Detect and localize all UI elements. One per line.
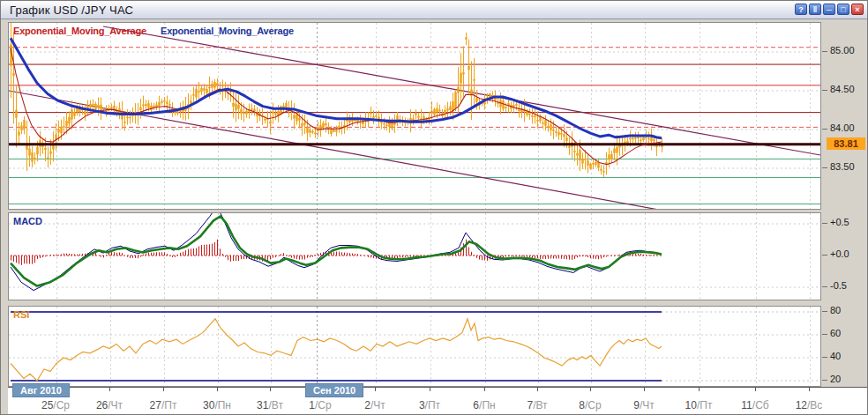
maximize-button[interactable]: □ bbox=[837, 4, 849, 15]
date-tick bbox=[484, 388, 485, 391]
current-price-badge: 83.81 bbox=[827, 137, 865, 150]
date-label: 3/Пт bbox=[419, 399, 440, 411]
ema-label-slow: Exponential_Moving_Average bbox=[161, 26, 294, 36]
date-label: 27/Пт bbox=[150, 399, 177, 411]
macd-tick-label-tick bbox=[822, 255, 827, 256]
date-tick bbox=[430, 388, 430, 391]
price-chart-panel[interactable]: Exponential_Moving_Average Exponential_M… bbox=[8, 22, 821, 210]
macd-label: MACD bbox=[13, 216, 42, 226]
macd-tick-label: +0.5 bbox=[830, 217, 849, 227]
macd-panel[interactable]: MACD bbox=[8, 212, 821, 300]
rsi-panel[interactable]: RSI bbox=[8, 306, 821, 387]
rsi-tick-label-tick bbox=[822, 311, 827, 312]
rsi-tick-label-tick bbox=[822, 380, 827, 381]
rsi-tick-label: 80 bbox=[830, 305, 841, 315]
date-tick bbox=[755, 388, 756, 391]
date-tick bbox=[590, 388, 591, 391]
date-tick bbox=[537, 388, 538, 391]
date-label: 25/Ср bbox=[41, 399, 70, 411]
date-tick bbox=[109, 388, 110, 391]
rsi-tick-label: 20 bbox=[830, 374, 841, 384]
date-tick bbox=[375, 388, 376, 391]
macd-tick-label-tick bbox=[822, 286, 827, 287]
price-tick-label-tick bbox=[822, 51, 827, 52]
date-tick bbox=[699, 388, 700, 391]
price-tick-label: 85.00 bbox=[830, 45, 855, 56]
macd-tick-label: -0.5 bbox=[830, 280, 847, 291]
help-button[interactable]: ? bbox=[795, 4, 807, 15]
macd-tick-label: +0.0 bbox=[830, 248, 849, 259]
price-chart-canvas bbox=[9, 23, 820, 209]
rsi-tick-label-tick bbox=[822, 357, 827, 358]
date-tick bbox=[644, 388, 645, 391]
month-badge: Сен 2010 bbox=[305, 383, 363, 397]
date-label: 9/Чт bbox=[633, 399, 655, 411]
ema-label-fast: Exponential_Moving_Average bbox=[13, 26, 146, 36]
price-tick-label: 84.00 bbox=[830, 122, 855, 133]
window-buttons: ?‖─□× bbox=[795, 4, 864, 15]
price-tick-label: 83.50 bbox=[830, 161, 855, 172]
time-axis-line bbox=[8, 387, 868, 388]
date-label: 30/Пн bbox=[203, 399, 231, 411]
macd-canvas bbox=[9, 213, 820, 300]
price-tick-label-tick bbox=[822, 129, 827, 130]
date-tick bbox=[270, 388, 271, 391]
close-button[interactable]: × bbox=[851, 4, 864, 15]
chart-window: График USD /JPY ЧАС ?‖─□× Exponential_Mo… bbox=[0, 0, 868, 415]
date-label: 2/Чт bbox=[364, 399, 385, 411]
macd-tick-label-tick bbox=[822, 223, 827, 224]
date-tick bbox=[163, 388, 164, 391]
price-tick-label-tick bbox=[822, 90, 827, 91]
rsi-tick-label: 40 bbox=[830, 351, 841, 361]
price-tick-label-tick bbox=[822, 167, 827, 168]
date-label: 6/Пн bbox=[473, 399, 495, 411]
price-tick-label: 84.50 bbox=[830, 84, 855, 94]
date-label: 1/Ср bbox=[309, 399, 331, 411]
rsi-tick-label: 60 bbox=[830, 328, 841, 338]
date-label: 26/Чт bbox=[96, 399, 123, 411]
month-badge: Авг 2010 bbox=[12, 383, 70, 397]
rsi-tick-label-tick bbox=[822, 334, 827, 335]
title-bar[interactable]: График USD /JPY ЧАС ?‖─□× bbox=[1, 1, 867, 19]
rsi-label: RSI bbox=[13, 309, 29, 320]
minimize-button[interactable]: ─ bbox=[823, 4, 835, 15]
date-label: 10/Пт bbox=[685, 399, 713, 411]
window-title: График USD /JPY ЧАС bbox=[10, 4, 133, 17]
date-tick bbox=[809, 388, 810, 391]
date-tick bbox=[217, 388, 218, 391]
date-label: 7/Вт bbox=[527, 399, 547, 411]
date-label: 12/Вс bbox=[796, 399, 823, 411]
date-label: 8/Ср bbox=[579, 399, 601, 411]
date-label: 31/Вт bbox=[257, 399, 283, 411]
date-label: 11/Сб bbox=[741, 399, 768, 411]
pause-button[interactable]: ‖ bbox=[809, 4, 821, 15]
rsi-canvas bbox=[9, 307, 820, 386]
